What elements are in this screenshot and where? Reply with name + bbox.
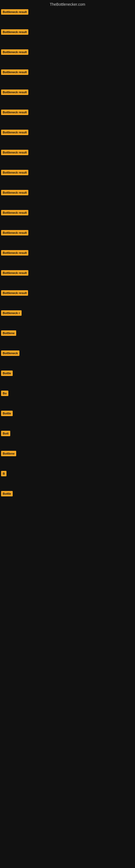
- list-item: Bottleneck result: [0, 108, 135, 117]
- list-item: Bottleneck result: [0, 8, 135, 16]
- row-spacer: [0, 277, 135, 289]
- bottleneck-badge[interactable]: Bo: [1, 391, 8, 396]
- list-item: Bottleneck result: [0, 128, 135, 137]
- list-item: Bottleneck result: [0, 269, 135, 277]
- list-item: Bottleneck r: [0, 309, 135, 317]
- list-item: Bottleneck result: [0, 148, 135, 157]
- bottleneck-badge[interactable]: Bottleneck result: [1, 110, 28, 115]
- bottleneck-badge[interactable]: Bottle: [1, 491, 13, 496]
- bottleneck-badge[interactable]: Bottlene: [1, 451, 16, 456]
- row-spacer: [0, 56, 135, 68]
- row-spacer: [0, 177, 135, 188]
- row-spacer: [0, 157, 135, 168]
- list-item: Bottleneck result: [0, 188, 135, 197]
- bottleneck-badge[interactable]: Bottleneck result: [1, 230, 28, 236]
- row-spacer: [0, 358, 135, 369]
- bottleneck-list: Bottleneck resultBottleneck resultBottle…: [0, 8, 135, 498]
- list-item: Bottleneck result: [0, 168, 135, 177]
- bottleneck-badge[interactable]: Bottleneck result: [1, 170, 28, 175]
- list-item: Bottleneck result: [0, 48, 135, 56]
- list-item: Bottleneck result: [0, 228, 135, 237]
- row-spacer: [0, 458, 135, 469]
- list-item: Bottleneck result: [0, 248, 135, 257]
- bottleneck-badge[interactable]: Bottleneck result: [1, 90, 28, 95]
- row-spacer: [0, 137, 135, 148]
- bottleneck-badge[interactable]: Bottleneck result: [1, 9, 28, 14]
- row-spacer: [0, 36, 135, 48]
- site-title: TheBottlenecker.com: [0, 0, 135, 8]
- row-spacer: [0, 378, 135, 389]
- list-item: Bottlene: [0, 329, 135, 337]
- row-spacer: [0, 297, 135, 309]
- row-spacer: [0, 117, 135, 128]
- bottleneck-badge[interactable]: Bottleneck: [1, 350, 19, 356]
- bottleneck-badge[interactable]: Bottleneck r: [1, 310, 21, 316]
- row-spacer: [0, 337, 135, 349]
- bottleneck-badge[interactable]: Bottleneck result: [1, 130, 28, 135]
- bottleneck-badge[interactable]: Bottleneck result: [1, 69, 28, 75]
- row-spacer: [0, 418, 135, 429]
- list-item: Bottleneck result: [0, 289, 135, 297]
- row-spacer: [0, 237, 135, 248]
- row-spacer: [0, 97, 135, 108]
- bottleneck-badge[interactable]: Bottleneck result: [1, 29, 28, 35]
- row-spacer: [0, 317, 135, 329]
- list-item: Bottleneck result: [0, 28, 135, 36]
- list-item: Bo: [0, 389, 135, 398]
- bottleneck-badge[interactable]: Bottleneck result: [1, 270, 28, 276]
- bottleneck-badge[interactable]: Bottleneck result: [1, 50, 28, 55]
- bottleneck-badge[interactable]: Bott: [1, 431, 10, 436]
- list-item: Bottleneck result: [0, 68, 135, 76]
- row-spacer: [0, 438, 135, 449]
- list-item: Bottleneck result: [0, 88, 135, 97]
- row-spacer: [0, 197, 135, 208]
- bottleneck-badge[interactable]: Bottleneck result: [1, 190, 28, 195]
- row-spacer: [0, 398, 135, 409]
- list-item: Bottleneck: [0, 349, 135, 358]
- list-item: Bottleneck result: [0, 208, 135, 217]
- bottleneck-badge[interactable]: Bottlene: [1, 330, 16, 336]
- list-item: Bottle: [0, 409, 135, 418]
- list-item: Bottlene: [0, 449, 135, 458]
- bottleneck-badge[interactable]: Bottleneck result: [1, 290, 28, 296]
- list-item: Bottle: [0, 489, 135, 498]
- row-spacer: [0, 257, 135, 269]
- bottleneck-badge[interactable]: B: [1, 471, 6, 476]
- list-item: Bott: [0, 429, 135, 438]
- bottleneck-badge[interactable]: Bottle: [1, 371, 13, 376]
- row-spacer: [0, 217, 135, 228]
- bottleneck-badge[interactable]: Bottle: [1, 411, 13, 416]
- bottleneck-badge[interactable]: Bottleneck result: [1, 250, 28, 255]
- row-spacer: [0, 478, 135, 489]
- bottleneck-badge[interactable]: Bottleneck result: [1, 150, 28, 155]
- row-spacer: [0, 76, 135, 88]
- list-item: B: [0, 469, 135, 478]
- row-spacer: [0, 16, 135, 28]
- list-item: Bottle: [0, 369, 135, 378]
- bottleneck-badge[interactable]: Bottleneck result: [1, 210, 28, 215]
